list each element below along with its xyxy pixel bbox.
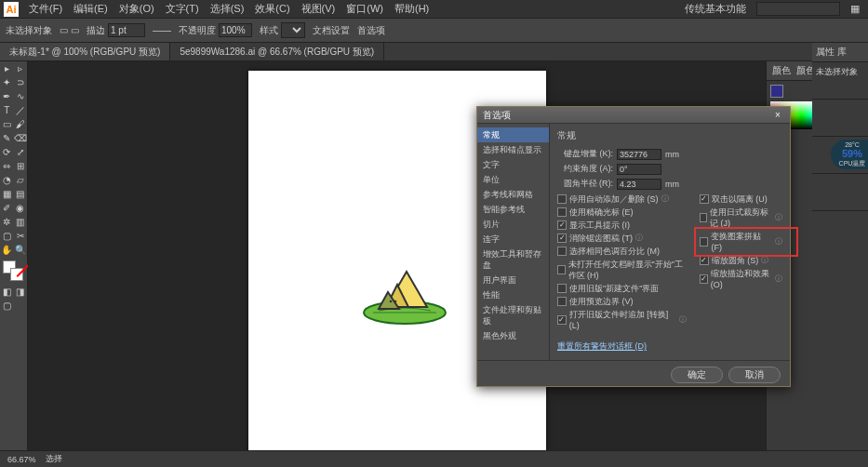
checkbox-icon[interactable] xyxy=(700,274,708,284)
graph-tool[interactable]: ▥ xyxy=(14,215,28,229)
shape-builder-tool[interactable]: ◔ xyxy=(0,173,14,187)
prefs-nav-black[interactable]: 黑色外观 xyxy=(477,328,549,343)
gradient-tool[interactable]: ▤ xyxy=(14,187,28,201)
menu-type[interactable]: 文字(T) xyxy=(161,1,204,17)
right-check-3[interactable]: 缩放圆角 (S)ⓘ xyxy=(700,255,782,266)
fill-mode[interactable]: ◧ xyxy=(0,285,14,299)
checkbox-icon[interactable] xyxy=(557,265,566,274)
prefs-nav-filehandling[interactable]: 文件处理和剪贴板 xyxy=(477,302,549,328)
prefs-nav-selection[interactable]: 选择和锚点显示 xyxy=(477,142,549,157)
tab-doc-2[interactable]: 5e9899Wa1286.ai @ 66.67% (RGB/GPU 预览) xyxy=(170,43,384,60)
left-check-4[interactable]: 选择相同色调百分比 (M) xyxy=(557,246,687,257)
menu-help[interactable]: 帮助(H) xyxy=(390,1,434,17)
reset-warnings-link[interactable]: 重置所有警告对话框 (D) xyxy=(557,340,782,353)
curvature-tool[interactable]: ∿ xyxy=(14,89,28,103)
menu-view[interactable]: 视图(V) xyxy=(297,1,341,17)
prefs-nav-units[interactable]: 单位 xyxy=(477,172,549,187)
dialog-titlebar[interactable]: 首选项 × xyxy=(477,107,790,124)
pen-tool[interactable]: ✒ xyxy=(0,89,14,103)
checkbox-icon[interactable] xyxy=(700,194,709,204)
left-check-0[interactable]: 停用自动添加／删除 (S)ⓘ xyxy=(557,193,687,205)
workspace-switcher[interactable]: 传统基本功能 xyxy=(680,1,751,17)
width-tool[interactable]: ⇔ xyxy=(0,159,14,173)
doc-setup-button[interactable]: 文档设置 xyxy=(313,24,350,37)
kb-inc-input[interactable] xyxy=(617,149,661,160)
checkbox-icon[interactable] xyxy=(557,284,567,293)
left-check-5[interactable]: 未打开任何文档时显示"开始"工作区 (H) xyxy=(557,259,687,281)
radius-input[interactable] xyxy=(617,179,661,190)
brush-tool[interactable]: 🖌 xyxy=(14,117,28,131)
right-check-1[interactable]: 使用日式裁剪标记 (J)ⓘ xyxy=(700,207,782,229)
arrange-icon[interactable]: ▦ xyxy=(846,2,864,16)
info-icon[interactable]: ⓘ xyxy=(775,212,782,223)
checkbox-icon[interactable] xyxy=(557,315,567,325)
zoom-level[interactable]: 66.67% xyxy=(7,455,36,464)
search-input[interactable] xyxy=(756,2,840,16)
prefs-nav-type[interactable]: 文字 xyxy=(477,157,549,172)
right-check-0[interactable]: 双击以隔离 (U) xyxy=(700,193,782,205)
menu-select[interactable]: 选择(S) xyxy=(206,1,249,17)
free-transform-tool[interactable]: ⊞ xyxy=(14,159,28,173)
prefs-nav-hyphenation[interactable]: 连字 xyxy=(477,232,549,247)
cancel-button[interactable]: 取消 xyxy=(728,367,781,383)
rotate-tool[interactable]: ⟳ xyxy=(0,145,14,159)
left-check-7[interactable]: 使用预览边界 (V) xyxy=(557,296,687,307)
draw-mode[interactable]: ◨ xyxy=(14,285,28,299)
prefs-nav-general[interactable]: 常规 xyxy=(477,127,549,142)
menu-effect[interactable]: 效果(C) xyxy=(250,1,294,17)
menu-file[interactable]: 文件(F) xyxy=(24,1,67,17)
menu-window[interactable]: 窗口(W) xyxy=(341,1,388,17)
checkbox-icon[interactable] xyxy=(557,194,567,204)
info-icon[interactable]: ⓘ xyxy=(775,236,782,247)
mesh-tool[interactable]: ▦ xyxy=(0,187,14,201)
right-check-2[interactable]: 变换图案拼贴 (F)ⓘ xyxy=(700,231,782,253)
panel-color-tab[interactable]: 颜色 xyxy=(772,65,791,75)
panel-stub-3[interactable] xyxy=(812,174,868,211)
close-icon[interactable]: × xyxy=(771,110,784,120)
left-check-2[interactable]: 显示工具提示 (I) xyxy=(557,220,687,231)
rectangle-tool[interactable]: ▭ xyxy=(0,117,14,131)
checkbox-icon[interactable] xyxy=(700,237,709,247)
stroke-field[interactable]: 描边 xyxy=(87,23,145,37)
panel-stub-1[interactable] xyxy=(812,100,868,137)
symbol-sprayer-tool[interactable]: ✲ xyxy=(0,215,14,229)
lasso-tool[interactable]: ⊃ xyxy=(14,75,28,89)
stroke-weight-input[interactable] xyxy=(108,23,145,37)
fill-swatch[interactable] xyxy=(770,85,783,98)
prefs-nav-ui[interactable]: 用户界面 xyxy=(477,273,549,287)
checkbox-icon[interactable] xyxy=(700,213,707,222)
right-check-4[interactable]: 缩放描边和效果 (O)ⓘ xyxy=(700,268,782,290)
ok-button[interactable]: 确定 xyxy=(671,367,723,383)
perspective-tool[interactable]: ▱ xyxy=(14,173,28,187)
info-icon[interactable]: ⓘ xyxy=(635,233,643,244)
checkbox-icon[interactable] xyxy=(557,220,567,230)
magic-wand-tool[interactable]: ✦ xyxy=(0,75,14,89)
checkbox-icon[interactable] xyxy=(557,247,567,256)
left-check-8[interactable]: 打开旧版文件时追加 [转换] (L)ⓘ xyxy=(557,309,687,331)
status-sel[interactable]: 选择 xyxy=(46,453,62,465)
info-icon[interactable]: ⓘ xyxy=(661,193,669,205)
panel-props-tab[interactable]: 属性 xyxy=(816,47,835,57)
eraser-tool[interactable]: ⌫ xyxy=(14,131,28,145)
prefs-nav-plugins[interactable]: 增效工具和暂存盘 xyxy=(477,247,549,273)
menu-object[interactable]: 对象(O) xyxy=(114,1,159,17)
tab-doc-1[interactable]: 未标题-1* @ 100% (RGB/GPU 预览) xyxy=(0,43,170,60)
prefs-nav-performance[interactable]: 性能 xyxy=(477,287,549,302)
info-icon[interactable]: ⓘ xyxy=(775,274,782,285)
line-tool[interactable]: ／ xyxy=(14,103,28,117)
angle-input[interactable] xyxy=(617,164,661,175)
style-select[interactable] xyxy=(281,22,305,38)
checkbox-icon[interactable] xyxy=(557,234,567,243)
left-check-1[interactable]: 使用精确光标 (E) xyxy=(557,207,687,218)
perf-widget[interactable]: 28°C 59% CPU温度 xyxy=(831,140,868,169)
checkbox-icon[interactable] xyxy=(700,256,709,265)
hand-tool[interactable]: ✋ xyxy=(0,243,14,257)
eyedropper-tool[interactable]: ✐ xyxy=(0,201,14,215)
opacity-input[interactable] xyxy=(219,23,252,37)
prefs-nav-smartguides[interactable]: 智能参考线 xyxy=(477,202,549,217)
panel-libs-tab[interactable]: 库 xyxy=(837,47,847,57)
screen-mode[interactable]: ▢ xyxy=(0,299,14,313)
scale-tool[interactable]: ⤢ xyxy=(14,145,28,159)
checkbox-icon[interactable] xyxy=(557,297,567,306)
left-check-3[interactable]: 消除锯齿图稿 (T)ⓘ xyxy=(557,233,687,244)
